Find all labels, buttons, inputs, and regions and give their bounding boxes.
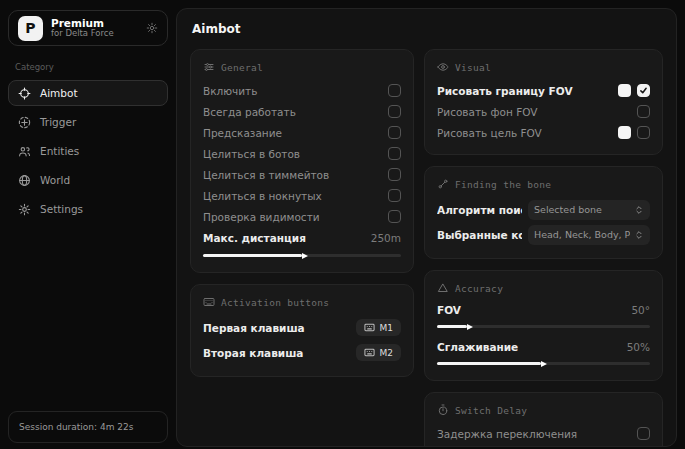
slider-thumb[interactable] xyxy=(302,253,308,259)
keybind-button[interactable]: M2 xyxy=(356,344,402,361)
section-general: General Включить Всегда работать Предска… xyxy=(190,49,414,273)
slider-label: Сглаживание xyxy=(437,341,621,353)
page-title: Aimbot xyxy=(192,22,663,36)
sidebar-item-label: Aimbot xyxy=(40,87,78,99)
keybind-value: M1 xyxy=(380,323,394,333)
timer-icon xyxy=(437,404,449,416)
checkbox[interactable] xyxy=(388,168,401,181)
option-label: Включить xyxy=(203,85,382,97)
brand-logo: P xyxy=(18,16,43,41)
keyboard-icon xyxy=(203,296,215,308)
option-label: Целиться в нокнутых xyxy=(203,190,382,202)
checkbox[interactable] xyxy=(637,427,650,440)
keyboard-icon xyxy=(364,322,375,333)
slider-thumb[interactable] xyxy=(467,324,473,330)
sidebar-item-label: Entities xyxy=(40,145,79,157)
gear-icon xyxy=(18,203,31,216)
checkbox[interactable] xyxy=(637,105,650,118)
max-distance-slider[interactable] xyxy=(203,254,401,257)
option-label: Рисовать границу FOV xyxy=(437,85,612,97)
section-activation-buttons: Activation buttons Первая клавиша M1 xyxy=(190,284,414,377)
option-label: Задержка переключения xyxy=(437,428,631,440)
keybind-value: M2 xyxy=(380,348,394,358)
option-label: Целиться в тиммейтов xyxy=(203,169,382,181)
sliders-icon xyxy=(203,61,215,73)
selected-value: Selected bone xyxy=(534,204,630,215)
smoothing-slider[interactable] xyxy=(437,362,650,365)
checkbox[interactable] xyxy=(388,126,401,139)
sidebar-item-label: World xyxy=(40,174,70,186)
checkbox[interactable] xyxy=(388,84,401,97)
entities-icon xyxy=(18,145,31,158)
selected-value: Head, Neck, Body, Pe... xyxy=(534,229,630,240)
eye-icon xyxy=(437,61,449,73)
section-visual: Visual Рисовать границу FOV Рисовать фон… xyxy=(424,49,663,155)
chevrons-up-down-icon xyxy=(634,230,644,240)
sidebar-item-trigger[interactable]: Trigger xyxy=(8,109,168,135)
sidebar-item-label: Settings xyxy=(40,203,83,215)
option-label: Рисовать цель FOV xyxy=(437,127,612,139)
dropdown-label: Выбранные кости xyxy=(437,229,522,241)
keybind-button[interactable]: M1 xyxy=(356,319,402,336)
sidebar-item-aimbot[interactable]: Aimbot xyxy=(8,80,168,106)
section-title: General xyxy=(221,62,263,73)
fov-slider[interactable] xyxy=(437,325,650,328)
sidebar-item-label: Trigger xyxy=(40,116,76,128)
checkbox[interactable] xyxy=(388,189,401,202)
sidebar-item-entities[interactable]: Entities xyxy=(8,138,168,164)
section-title: Activation buttons xyxy=(221,297,329,308)
section-accuracy: Accuracy FOV 50° Сглаживание 50% xyxy=(424,270,663,381)
chevrons-up-down-icon xyxy=(634,205,644,215)
main-panel: Aimbot General Включить Всегда работать … xyxy=(176,8,677,447)
slider-label: FOV xyxy=(437,304,625,316)
slider-value: 250m xyxy=(371,232,401,244)
triangle-icon xyxy=(437,282,449,294)
crosshair-icon xyxy=(18,87,31,100)
checkbox[interactable] xyxy=(388,105,401,118)
section-title: Switch Delay xyxy=(455,405,527,416)
option-label: Предсказание xyxy=(203,127,382,139)
checkbox[interactable] xyxy=(637,126,650,139)
checkbox[interactable] xyxy=(637,84,650,97)
bone-icon xyxy=(437,178,449,190)
dropdown-label: Алгоритм поиска кости xyxy=(437,204,522,216)
option-label: Проверка видимости xyxy=(203,211,382,223)
selected-bones-select[interactable]: Head, Neck, Body, Pe... xyxy=(528,225,650,245)
option-label: Целиться в ботов xyxy=(203,148,382,160)
slider-value: 50° xyxy=(631,304,650,316)
option-label: Всегда работать xyxy=(203,106,382,118)
keyboard-icon xyxy=(364,347,375,358)
section-title: Visual xyxy=(455,62,491,73)
session-duration: Session duration: 4m 22s xyxy=(8,411,168,443)
checkbox[interactable] xyxy=(388,210,401,223)
sidebar: P Premium for Delta Force Category Aimbo… xyxy=(8,10,168,443)
section-title: Accuracy xyxy=(455,283,503,294)
gear-icon[interactable] xyxy=(146,22,158,34)
slider-value: 50% xyxy=(627,341,650,353)
keybind-label: Первая клавиша xyxy=(203,322,350,334)
keybind-label: Вторая клавиша xyxy=(203,347,350,359)
section-title: Finding the bone xyxy=(455,179,551,190)
section-finding-the-bone: Finding the bone Алгоритм поиска кости S… xyxy=(424,166,663,259)
sidebar-item-settings[interactable]: Settings xyxy=(8,196,168,222)
brand-subtitle: for Delta Force xyxy=(51,29,138,39)
trigger-icon xyxy=(18,116,31,129)
brand-card: P Premium for Delta Force xyxy=(8,10,168,46)
slider-thumb[interactable] xyxy=(541,361,547,367)
globe-icon xyxy=(18,174,31,187)
category-label: Category xyxy=(15,62,168,72)
bone-algorithm-select[interactable]: Selected bone xyxy=(528,200,650,220)
slider-label: Макс. дистанция xyxy=(203,232,365,244)
checkbox[interactable] xyxy=(388,147,401,160)
section-switch-delay: Switch Delay Задержка переключения Задер… xyxy=(424,392,663,447)
color-swatch[interactable] xyxy=(618,126,631,139)
color-swatch[interactable] xyxy=(618,84,631,97)
sidebar-item-world[interactable]: World xyxy=(8,167,168,193)
option-label: Рисовать фон FOV xyxy=(437,106,631,118)
